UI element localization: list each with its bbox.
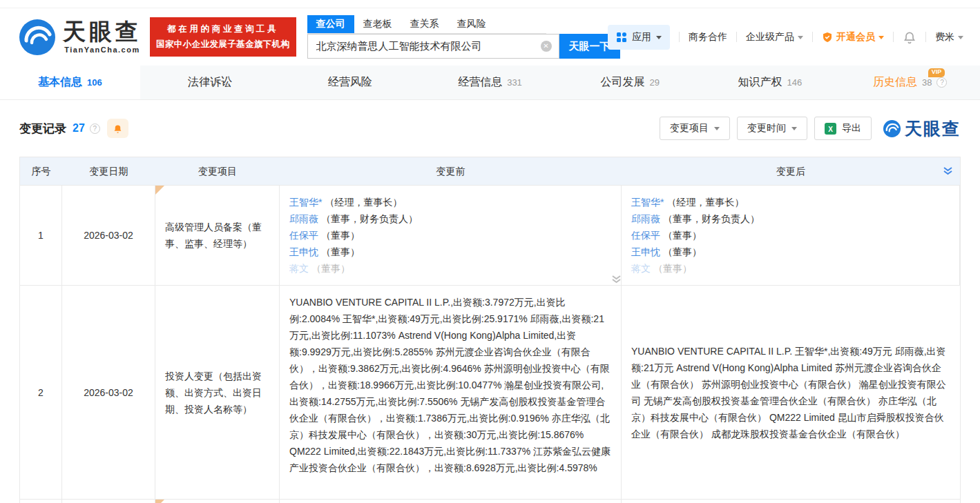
person-link[interactable]: 任保平 <box>289 230 318 241</box>
tab-intellectual-property[interactable]: 知识产权 146 <box>700 66 840 99</box>
divider <box>812 32 813 42</box>
apps-menu[interactable]: 应用 <box>608 25 670 50</box>
table-row: 1 2026-03-02 高级管理人员备案（董事、监事、经理等） 王智华*（经理… <box>20 186 960 286</box>
vip-shield-icon <box>822 32 833 43</box>
clear-search-icon[interactable]: ✕ <box>541 41 552 52</box>
subscribe-alert-button[interactable] <box>107 119 128 138</box>
person-link[interactable]: 邱雨薇 <box>631 213 660 224</box>
expand-row-icon[interactable] <box>611 275 622 284</box>
collapse-all-icon[interactable] <box>943 166 953 177</box>
nav-enterprise-label: 企业级产品 <box>746 31 794 43</box>
tab-label: 知识产权 <box>738 75 782 90</box>
search-area: 查公司 查老板 查关系 查风险 ✕ 天眼一下 <box>307 15 620 59</box>
corner-fold-marker <box>155 500 164 503</box>
person-link[interactable]: 王智华* <box>289 197 322 208</box>
col-header-item: 变更项目 <box>155 157 280 185</box>
company-detail-tabs: 基本信息 106 法律诉讼 经营风险 经营信息 331 公司发展 29 知识产权… <box>0 66 980 100</box>
export-label: 导出 <box>842 122 861 135</box>
change-record-header: 变更记录 27 ? 变更项目 变更时间 X 导出 <box>19 100 961 157</box>
logo-title: 天眼查 <box>63 20 142 43</box>
excel-icon: X <box>825 123 836 135</box>
people-list-before: 王智华*（经理，董事长） 邱雨薇（董事，财务负责人） 任保平（董事） 王申忱（董… <box>289 194 611 277</box>
filter-change-time-button[interactable]: 变更时间 <box>737 117 807 140</box>
tab-operating-risk[interactable]: 经营风险 <box>280 66 420 99</box>
tab-count: 29 <box>650 77 660 88</box>
list-item: 王智华*（经理，董事长） <box>289 194 611 210</box>
cell-before: YUANBIO VENTURE CAPITAL II L.P.,出资额:3.79… <box>280 286 622 499</box>
person-link[interactable]: 任保平 <box>631 230 660 241</box>
cell-date <box>62 500 155 503</box>
search-tab-boss[interactable]: 查老板 <box>354 15 401 33</box>
list-item: 王智华*（经理，董事长） <box>631 194 950 210</box>
person-link[interactable]: 邱雨薇 <box>289 213 318 224</box>
table-header-row: 序号 变更日期 变更项目 变更前 变更后 <box>20 157 960 186</box>
person-link[interactable]: 蒋文 <box>289 263 309 274</box>
col-header-index: 序号 <box>20 157 62 185</box>
list-item: 王申忱（董事） <box>631 244 950 260</box>
chevron-down-icon <box>791 127 797 133</box>
tianyancha-logo[interactable]: 天眼查 TianYanCha.com <box>18 18 142 57</box>
search-tabs: 查公司 查老板 查关系 查风险 <box>307 15 546 34</box>
section-title: 变更记录 <box>19 121 66 137</box>
person-link[interactable]: 蒋文 <box>631 263 651 274</box>
logo-subtitle: TianYanCha.com <box>64 46 140 54</box>
vip-badge: VIP <box>928 68 945 77</box>
search-tab-company[interactable]: 查公司 <box>307 15 354 33</box>
top-navigation: 应用 商务合作 企业级产品 开通会员 费米 <box>608 25 963 50</box>
cell-index: 2 <box>20 286 62 499</box>
top-border <box>0 0 980 8</box>
tab-operating-info[interactable]: 经营信息 331 <box>420 66 560 99</box>
divider <box>679 32 680 42</box>
person-link[interactable]: 王智华* <box>631 197 664 208</box>
list-item: 王申忱（董事） <box>289 244 611 260</box>
slogan-line-1: 都在用的商业查询工具 <box>156 22 290 37</box>
person-role: （董事） <box>663 230 702 241</box>
divider <box>736 32 737 42</box>
tab-company-development[interactable]: 公司发展 29 <box>560 66 700 99</box>
corner-fold-marker <box>155 186 164 195</box>
tab-legal[interactable]: 法律诉讼 <box>140 66 280 99</box>
search-input[interactable] <box>308 34 529 58</box>
col-header-after: 变更后 <box>622 157 960 185</box>
tab-count: 38 <box>922 77 932 88</box>
user-menu[interactable]: 费米 <box>935 31 963 43</box>
person-link[interactable]: 王申忱 <box>631 246 660 257</box>
person-link[interactable]: 王申忱 <box>289 246 318 257</box>
nav-vip[interactable]: 开通会员 <box>822 31 884 43</box>
filter-label: 变更项目 <box>670 122 709 135</box>
username: 费米 <box>935 31 954 43</box>
nav-cooperation[interactable]: 商务合作 <box>689 31 727 43</box>
filter-change-item-button[interactable]: 变更项目 <box>660 117 730 140</box>
before-text: YUANBIO VENTURE CAPITAL II L.P.,出资额:3.79… <box>289 297 611 473</box>
tab-count: 146 <box>787 77 803 88</box>
tab-basic-info[interactable]: 基本信息 106 <box>0 66 140 99</box>
search-tab-risk[interactable]: 查风险 <box>448 15 495 33</box>
tab-label: 公司发展 <box>601 75 645 90</box>
after-text: YUANBIO VENTURE CAPITAL II L.P. 王智华*,出资额… <box>631 343 950 442</box>
nav-vip-label: 开通会员 <box>836 31 875 43</box>
person-role: （董事） <box>311 263 350 274</box>
people-list-after: 王智华*（经理，董事长） 邱雨薇（董事，财务负责人） 任保平（董事） 王申忱（董… <box>631 194 950 277</box>
cell-index <box>20 500 62 503</box>
cell-after <box>622 500 960 503</box>
help-icon[interactable]: ? <box>90 124 100 134</box>
chevron-down-icon <box>656 36 662 42</box>
tab-history-info[interactable]: VIP 历史信息 38 ? <box>840 66 980 99</box>
change-record-table: 序号 变更日期 变更项目 变更前 变更后 1 2026-03-02 高级管理人员… <box>19 157 961 503</box>
export-button[interactable]: X 导出 <box>814 117 872 140</box>
cell-before <box>280 500 622 503</box>
slogan-line-2: 国家中小企业发展子基金旗下机构 <box>156 37 290 52</box>
divider <box>925 32 926 42</box>
help-icon[interactable]: ? <box>936 77 947 88</box>
list-item: 蒋文（董事） <box>289 260 611 277</box>
person-role: （董事） <box>321 246 360 257</box>
divider <box>893 32 894 42</box>
person-role: （董事） <box>663 246 702 257</box>
nav-enterprise[interactable]: 企业级产品 <box>746 31 803 43</box>
bell-icon <box>903 30 916 44</box>
change-item-text: 高级管理人员备案（董事、监事、经理等） <box>165 219 269 252</box>
filter-label: 变更时间 <box>747 122 786 135</box>
chevron-down-icon <box>714 127 720 133</box>
notifications-button[interactable] <box>903 30 916 44</box>
search-tab-relation[interactable]: 查关系 <box>401 15 448 33</box>
